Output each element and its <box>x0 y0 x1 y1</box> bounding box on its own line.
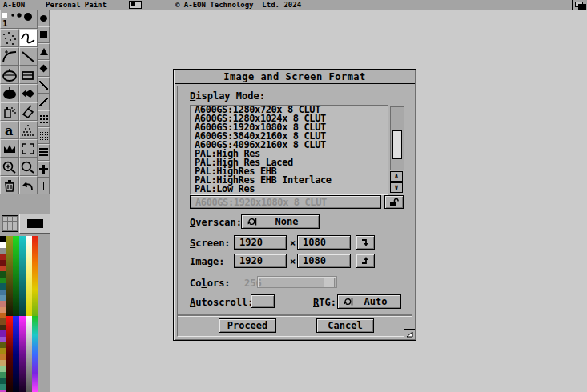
tool-ellipse[interactable] <box>0 66 19 84</box>
palette-color-cell[interactable] <box>0 260 6 266</box>
tool-brush[interactable] <box>0 139 19 158</box>
overscan-cycle-gadget[interactable]: None <box>241 214 320 229</box>
palette-color-cell[interactable] <box>0 254 6 259</box>
tool-dotted-freehand[interactable] <box>0 29 19 47</box>
display-mode-listview[interactable]: A600GS:1280x720x 8 CLUTA600GS:1280x1024x… <box>190 105 388 195</box>
shape-line-thick-icon[interactable] <box>38 94 50 110</box>
copy-image-to-screen-button[interactable] <box>356 254 375 268</box>
shape-line-thin-icon[interactable] <box>38 77 50 94</box>
screen-width-field[interactable]: 1920 <box>234 235 287 250</box>
palette-color-cell[interactable] <box>0 266 6 271</box>
resize-gadget[interactable] <box>404 329 415 339</box>
palette-color-cell[interactable] <box>0 348 6 354</box>
palette-gradient-strip[interactable] <box>26 236 32 316</box>
listview-scrollbar[interactable] <box>390 106 404 170</box>
menu-bar[interactable]: A-EON Personal Paint © A-EON Technology … <box>0 0 587 10</box>
palette-color-cell[interactable] <box>0 360 6 366</box>
colors-slider-knob[interactable] <box>324 278 335 288</box>
palette-gradient-strip[interactable] <box>32 236 38 316</box>
tool-polygon[interactable] <box>19 84 38 102</box>
palette-color-cell[interactable] <box>0 295 6 301</box>
palette-color-cell[interactable] <box>0 342 6 348</box>
tool-trash[interactable] <box>0 176 19 194</box>
screen-height-field[interactable]: 1080 <box>297 235 351 250</box>
palette-color-cell[interactable] <box>0 271 6 277</box>
shape-filled-diamond-icon[interactable] <box>38 60 50 77</box>
tool-line[interactable] <box>19 47 38 66</box>
palette-color-cell[interactable] <box>0 384 6 390</box>
shape-filled-triangle-icon[interactable] <box>38 43 50 60</box>
palette-color-cell[interactable] <box>0 242 6 247</box>
menu-app-title[interactable]: Personal Paint <box>46 1 107 9</box>
palette-color-cell[interactable] <box>0 354 6 360</box>
cross-bold-icon[interactable] <box>38 161 50 178</box>
palette-color-cell[interactable] <box>0 283 6 289</box>
palette-color-cell[interactable] <box>0 301 6 306</box>
pattern-dense-icon[interactable] <box>38 127 50 144</box>
tool-rectangle[interactable] <box>19 66 38 84</box>
palette-grid-button[interactable] <box>2 215 18 232</box>
palette-gradient-strip[interactable] <box>32 316 38 392</box>
tool-filled-ellipse[interactable] <box>0 84 19 102</box>
tool-freehand[interactable] <box>19 29 38 47</box>
tool-magnify[interactable] <box>19 158 38 176</box>
palette-color-cell[interactable] <box>0 325 6 330</box>
screen-depth-gadget-icon[interactable] <box>572 0 587 10</box>
palette-color-cell[interactable] <box>0 366 6 372</box>
palette-color-cell[interactable] <box>0 313 6 318</box>
lock-button[interactable] <box>384 195 404 209</box>
image-width-field[interactable]: 1920 <box>234 254 287 268</box>
tool-fill[interactable] <box>19 102 38 121</box>
palette-gradient-strip[interactable] <box>13 236 19 316</box>
tool-text[interactable]: a <box>0 121 19 139</box>
colors-slider[interactable] <box>257 276 337 288</box>
tool-select-box[interactable] <box>19 139 38 158</box>
selected-mode-field[interactable]: A600GS:1920x1080x 8 CLUT <box>190 195 381 209</box>
scroll-down-button[interactable]: ∨ <box>390 182 403 193</box>
palette-color-cell[interactable] <box>0 378 6 383</box>
tool-brush-size-selector[interactable]: 1 <box>0 10 38 29</box>
cross-thin-icon[interactable] <box>38 178 50 194</box>
tool-zoom-in[interactable] <box>0 158 19 176</box>
palette-color-cell[interactable] <box>0 307 6 313</box>
palette-gradient-strip[interactable] <box>19 236 26 316</box>
copy-screen-to-image-button[interactable] <box>356 235 375 250</box>
tool-undo[interactable] <box>19 176 38 194</box>
palette-strips-top[interactable] <box>6 236 38 316</box>
palette-gradient-strip[interactable] <box>6 236 13 316</box>
palette-color-cell[interactable] <box>0 236 6 242</box>
color-palette[interactable] <box>0 236 38 392</box>
palette-gradient-strip[interactable] <box>19 316 26 392</box>
palette-color-cell[interactable] <box>0 372 6 378</box>
image-height-field[interactable]: 1080 <box>297 254 351 268</box>
autoscroll-checkbox[interactable] <box>251 294 275 308</box>
rtg-cycle-gadget[interactable]: Auto <box>337 294 401 309</box>
current-color-indicator[interactable] <box>19 214 50 234</box>
palette-strips-bottom[interactable] <box>6 316 38 392</box>
proceed-button[interactable]: Proceed <box>219 318 276 333</box>
palette-gradient-strip[interactable] <box>26 316 32 392</box>
shape-filled-square-icon[interactable] <box>38 26 50 43</box>
palette-color-cell[interactable] <box>0 278 6 283</box>
palette-color-cell[interactable] <box>0 318 6 324</box>
pattern-lines-icon[interactable] <box>38 144 50 161</box>
palette-color-cell[interactable] <box>0 290 6 295</box>
shape-filled-circle-icon[interactable] <box>38 10 50 26</box>
palette-color-cell[interactable] <box>0 330 6 336</box>
tool-gradient[interactable] <box>19 121 38 139</box>
scroll-up-button[interactable]: ∧ <box>390 171 403 182</box>
screen-times-sign: × <box>290 238 296 249</box>
palette-misc-column[interactable] <box>0 236 6 392</box>
pattern-sparse-icon[interactable] <box>38 110 50 127</box>
dialog-title[interactable]: Image and Screen Format <box>175 70 415 84</box>
palette-gradient-strip[interactable] <box>13 316 19 392</box>
palette-color-cell[interactable] <box>0 337 6 342</box>
tool-curve[interactable] <box>0 47 19 66</box>
palette-color-cell[interactable] <box>0 248 6 254</box>
display-mode-option[interactable]: PAL:Low Res <box>191 185 388 194</box>
scrollbar-thumb[interactable] <box>392 130 402 159</box>
cancel-button[interactable]: Cancel <box>316 318 374 333</box>
palette-gradient-strip[interactable] <box>6 316 13 392</box>
menu-app-name[interactable]: A-EON <box>3 1 25 9</box>
tool-airbrush[interactable] <box>0 102 19 121</box>
